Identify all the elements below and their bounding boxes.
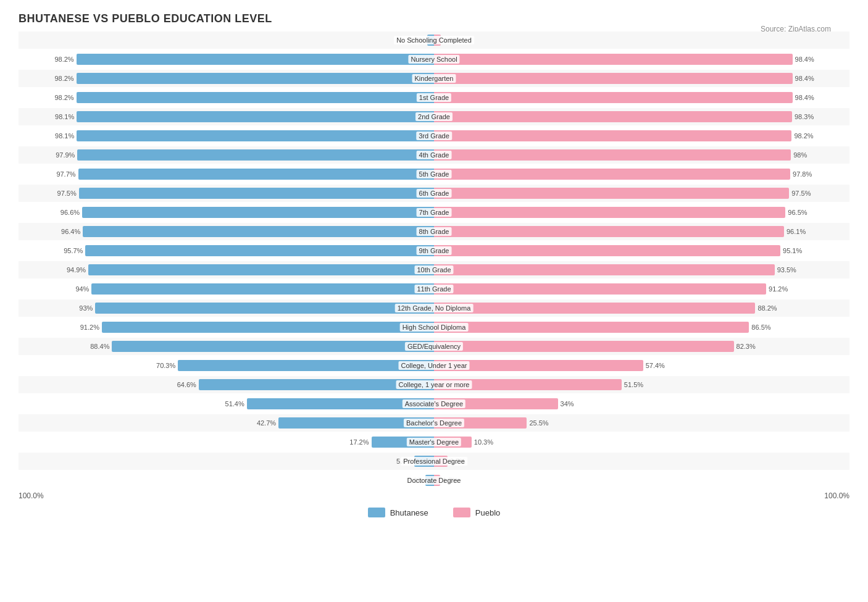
bar-pueblo xyxy=(434,169,790,180)
chart-row: 93%88.2%12th Grade, No Diploma xyxy=(19,299,849,317)
chart-row: 42.7%25.5%Bachelor's Degree xyxy=(19,414,849,432)
value-right: 10.3% xyxy=(474,438,493,446)
value-right: 86.5% xyxy=(751,324,770,331)
value-left: 93% xyxy=(79,304,93,312)
bar-bhutanese xyxy=(77,73,434,84)
chart-row: 98.2%98.4%Nursery School xyxy=(19,51,849,68)
row-label: Associate's Degree xyxy=(403,399,465,408)
value-left: 98.2% xyxy=(54,56,73,63)
chart-title: BHUTANESE VS PUEBLO EDUCATION LEVEL xyxy=(19,12,849,25)
bar-pueblo xyxy=(434,283,766,295)
row-label: Bachelor's Degree xyxy=(404,419,464,427)
row-label: 1st Grade xyxy=(417,93,451,102)
row-label: 6th Grade xyxy=(417,189,452,198)
bar-bhutanese xyxy=(77,92,434,103)
value-right: 98.3% xyxy=(795,113,814,120)
bar-bhutanese xyxy=(77,54,434,65)
chart-row: 96.6%96.5%7th Grade xyxy=(19,204,849,221)
value-left: 91.2% xyxy=(80,324,99,331)
value-left: 96.6% xyxy=(61,209,80,216)
chart-row: 51.4%34%Associate's Degree xyxy=(19,395,849,412)
value-left: 97.9% xyxy=(56,151,75,159)
value-right: 95.1% xyxy=(783,247,802,254)
bar-bhutanese xyxy=(112,341,434,352)
chart-row: 98.1%98.2%3rd Grade xyxy=(19,127,849,144)
value-left: 97.7% xyxy=(56,170,75,178)
bhutanese-swatch xyxy=(368,508,385,517)
chart-area: 1.8%1.9%No Schooling Completed98.2%98.4%… xyxy=(19,31,849,489)
bar-bhutanese xyxy=(85,245,434,256)
bar-bhutanese xyxy=(178,360,434,371)
value-right: 97.8% xyxy=(793,170,812,178)
bar-pueblo xyxy=(434,149,791,161)
pueblo-swatch xyxy=(453,508,470,517)
value-right: 88.2% xyxy=(757,304,777,312)
value-right: 98.4% xyxy=(795,75,814,82)
row-label: Nursery School xyxy=(408,55,459,64)
value-right: 97.5% xyxy=(791,190,811,197)
chart-row: 94%91.2%11th Grade xyxy=(19,280,849,298)
value-left: 17.2% xyxy=(349,438,369,446)
bar-bhutanese xyxy=(82,207,434,218)
bar-pueblo xyxy=(434,226,784,237)
row-label: 3rd Grade xyxy=(416,132,452,140)
chart-row: 98.1%98.3%2nd Grade xyxy=(19,108,849,125)
value-right: 98.4% xyxy=(795,56,814,63)
bar-pueblo xyxy=(434,130,791,141)
row-label: 8th Grade xyxy=(417,227,452,236)
chart-row: 91.2%86.5%High School Diploma xyxy=(19,319,849,336)
row-label: Kindergarten xyxy=(412,74,456,83)
value-right: 57.4% xyxy=(646,362,665,369)
bar-bhutanese xyxy=(77,149,434,161)
value-right: 96.5% xyxy=(788,209,807,216)
value-right: 25.5% xyxy=(529,419,548,427)
bottom-right-label: 100.0% xyxy=(824,491,849,500)
value-left: 64.6% xyxy=(177,381,196,388)
value-left: 42.7% xyxy=(257,419,276,427)
value-left: 98.2% xyxy=(54,94,73,101)
bottom-left-label: 100.0% xyxy=(19,491,44,500)
bar-bhutanese xyxy=(79,188,434,199)
value-right: 96.1% xyxy=(787,228,806,235)
value-right: 93.5% xyxy=(777,266,796,274)
row-label: High School Diploma xyxy=(400,323,469,332)
bar-pueblo xyxy=(434,111,792,122)
chart-row: 70.3%57.4%College, Under 1 year xyxy=(19,357,849,374)
row-label: College, Under 1 year xyxy=(398,361,469,370)
chart-row: 2.3%1.7%Doctorate Degree xyxy=(19,472,849,489)
row-label: GED/Equivalency xyxy=(405,342,463,351)
bar-pueblo xyxy=(434,245,780,256)
value-left: 98.2% xyxy=(54,75,73,82)
bar-pueblo xyxy=(434,303,755,314)
chart-row: 97.9%98%4th Grade xyxy=(19,146,849,164)
chart-row: 98.2%98.4%1st Grade xyxy=(19,89,849,106)
value-left: 96.4% xyxy=(61,228,80,235)
row-label: 2nd Grade xyxy=(415,112,453,121)
bar-pueblo xyxy=(434,92,793,103)
value-left: 97.5% xyxy=(57,190,77,197)
row-label: No Schooling Completed xyxy=(394,36,474,44)
row-label: 9th Grade xyxy=(417,246,452,255)
bar-bhutanese xyxy=(91,283,434,295)
chart-row: 95.7%95.1%9th Grade xyxy=(19,242,849,259)
value-left: 95.7% xyxy=(64,247,83,254)
bar-pueblo xyxy=(434,322,749,333)
bar-pueblo xyxy=(434,264,775,275)
row-label: 5th Grade xyxy=(417,170,452,178)
value-left: 98.1% xyxy=(55,132,74,140)
chart-row: 5.4%3.7%Professional Degree xyxy=(19,453,849,470)
chart-row: 64.6%51.5%College, 1 year or more xyxy=(19,376,849,393)
value-left: 94.9% xyxy=(67,266,86,274)
pueblo-label: Pueblo xyxy=(475,508,500,517)
chart-row: 97.7%97.8%5th Grade xyxy=(19,165,849,183)
row-label: College, 1 year or more xyxy=(396,380,472,389)
row-label: 12th Grade, No Diploma xyxy=(395,304,474,312)
bar-pueblo xyxy=(434,341,734,352)
bar-bhutanese xyxy=(83,226,434,237)
chart-row: 1.8%1.9%No Schooling Completed xyxy=(19,31,849,49)
value-right: 51.5% xyxy=(624,381,643,388)
value-right: 98% xyxy=(793,151,807,159)
chart-row: 98.2%98.4%Kindergarten xyxy=(19,70,849,87)
value-left: 51.4% xyxy=(225,400,244,408)
chart-row: 88.4%82.3%GED/Equivalency xyxy=(19,338,849,355)
